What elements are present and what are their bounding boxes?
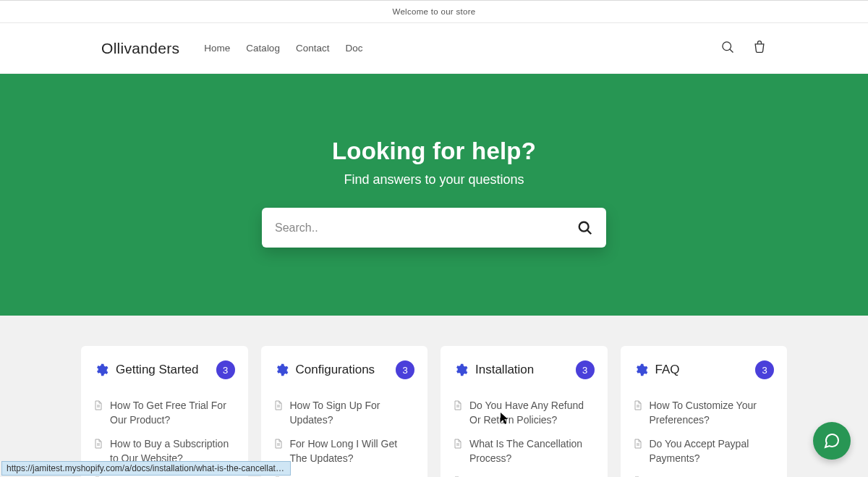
list-item: Do You Have Any Refund Or Return Policie… [454, 394, 595, 432]
gear-icon [274, 363, 289, 377]
count-badge: 3 [755, 360, 774, 379]
category-cards: Getting Started 3 How To Get Free Trial … [0, 316, 868, 477]
svg-point-2 [579, 221, 589, 231]
document-icon [454, 400, 462, 410]
gear-icon [454, 363, 468, 377]
document-icon [274, 439, 283, 449]
announcement-bar: Welcome to our store [0, 0, 868, 23]
hero-subtitle: Find answers to your questions [344, 172, 524, 187]
hero-section: Looking for help? Find answers to your q… [0, 74, 868, 316]
list-item: Do You Provide Money Back Guarantee? [454, 470, 595, 477]
gear-icon [94, 363, 109, 377]
announcement-text: Welcome to our store [392, 7, 475, 16]
article-list: How To Sign Up For Updates? For How Long… [274, 394, 415, 477]
main-nav: Home Catalog Contact Doc [204, 43, 362, 54]
svg-line-3 [587, 229, 592, 234]
card-installation: Installation 3 Do You Have Any Refund Or… [441, 346, 608, 477]
chat-icon [823, 432, 841, 449]
count-badge: 3 [576, 360, 595, 379]
status-bar-url: https://jamitest.myshopify.com/a/docs/in… [1, 461, 291, 476]
list-item: How To Customize Your Preferences? [634, 394, 775, 432]
article-link[interactable]: Do You Accept Paypal Payments? [650, 436, 775, 466]
cart-icon[interactable] [752, 40, 767, 57]
card-configurations: Configurations 3 How To Sign Up For Upda… [261, 346, 428, 477]
card-title[interactable]: Configurations [296, 363, 375, 377]
list-item: How To Sign Up For Updates? [274, 394, 415, 432]
search-icon[interactable] [720, 40, 735, 57]
count-badge: 3 [216, 360, 235, 379]
search-submit-icon[interactable] [577, 220, 593, 236]
nav-doc[interactable]: Doc [345, 43, 362, 54]
count-badge: 3 [396, 360, 414, 379]
site-header: Ollivanders Home Catalog Contact Doc [0, 23, 868, 74]
card-header: FAQ 3 [634, 360, 775, 379]
list-item: Do You Accept Paypal Payments? [634, 432, 775, 470]
card-title[interactable]: FAQ [655, 363, 680, 377]
gear-icon [634, 363, 648, 377]
article-list: Do You Have Any Refund Or Return Policie… [454, 394, 595, 477]
search-input[interactable] [275, 221, 577, 235]
document-icon [454, 439, 462, 449]
header-icons [720, 40, 767, 57]
article-link[interactable]: How To Customize Your Preferences? [650, 398, 775, 428]
document-icon [634, 439, 642, 449]
nav-home[interactable]: Home [204, 43, 230, 54]
document-icon [274, 400, 283, 410]
nav-contact[interactable]: Contact [296, 43, 330, 54]
article-list: How To Customize Your Preferences? Do Yo… [634, 394, 775, 477]
document-icon [94, 400, 103, 410]
list-item: What Is The Cancellation Process? [454, 432, 595, 470]
brand-name[interactable]: Ollivanders [101, 40, 179, 57]
list-item: How to Configure Your Preferences? [274, 470, 415, 477]
card-header: Getting Started 3 [94, 360, 235, 379]
card-title[interactable]: Getting Started [116, 363, 198, 377]
hero-title: Looking for help? [332, 138, 536, 165]
card-title[interactable]: Installation [475, 363, 534, 377]
article-link[interactable]: How to Configure Your Preferences? [290, 474, 415, 477]
article-link[interactable]: Do You Have Any Refund Or Return Policie… [469, 398, 595, 428]
article-link[interactable]: What is Your Payment Methods? [650, 474, 775, 477]
search-container [262, 208, 606, 248]
svg-line-1 [730, 48, 733, 52]
article-link[interactable]: For How Long I Will Get The Updates? [290, 436, 415, 466]
document-icon [634, 400, 642, 410]
svg-point-0 [723, 41, 731, 50]
card-faq: FAQ 3 How To Customize Your Preferences?… [621, 346, 788, 477]
list-item: How To Get Free Trial For Our Product? [94, 394, 235, 432]
document-icon [94, 439, 103, 449]
card-header: Installation 3 [454, 360, 595, 379]
nav-catalog[interactable]: Catalog [246, 43, 280, 54]
chat-bubble-button[interactable] [813, 422, 851, 460]
list-item: What is Your Payment Methods? [634, 470, 775, 477]
card-header: Configurations 3 [274, 360, 415, 379]
card-getting-started: Getting Started 3 How To Get Free Trial … [81, 346, 248, 477]
article-link[interactable]: How To Sign Up For Updates? [290, 398, 415, 428]
article-link[interactable]: Do You Provide Money Back Guarantee? [469, 474, 595, 477]
article-link[interactable]: How To Get Free Trial For Our Product? [110, 398, 235, 428]
article-link[interactable]: What Is The Cancellation Process? [469, 436, 595, 466]
list-item: For How Long I Will Get The Updates? [274, 432, 415, 470]
